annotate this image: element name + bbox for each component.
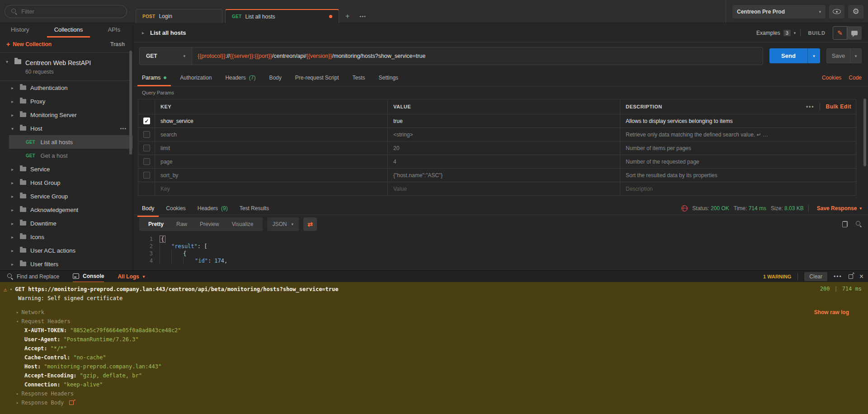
folder-user-filters[interactable]: User filters bbox=[0, 257, 133, 271]
send-options-button[interactable] bbox=[808, 48, 820, 63]
tab-collections[interactable]: Collections bbox=[47, 26, 90, 38]
save-button[interactable]: Save bbox=[827, 49, 850, 63]
checkbox-checked[interactable] bbox=[143, 118, 150, 124]
tab-pre-request-script[interactable]: Pre-request Script bbox=[295, 69, 339, 86]
external-link-icon[interactable] bbox=[69, 400, 74, 405]
chevron-right-icon[interactable] bbox=[11, 99, 16, 104]
log-filter-dropdown[interactable]: All Logs bbox=[118, 271, 145, 282]
param-description[interactable]: Allows to display services belonging to … bbox=[620, 114, 856, 127]
search-response-icon[interactable] bbox=[856, 221, 862, 227]
param-row-show-service[interactable]: show_service true Allows to display serv… bbox=[138, 114, 856, 127]
tab-options-button[interactable]: ••• bbox=[356, 14, 370, 19]
chevron-right-icon[interactable]: ▸ bbox=[16, 391, 19, 396]
collapse-icon[interactable] bbox=[6, 59, 10, 75]
bulk-edit-button[interactable]: Bulk Edit bbox=[826, 104, 851, 110]
checkbox-unchecked[interactable] bbox=[143, 145, 150, 151]
chevron-down-icon[interactable]: ▾ bbox=[16, 319, 19, 324]
tab-tests[interactable]: Tests bbox=[352, 69, 365, 86]
chevron-right-icon[interactable] bbox=[11, 221, 16, 226]
new-collection-button[interactable]: +New Collection bbox=[6, 41, 52, 48]
console-section-response-body[interactable]: ▸ Response Body bbox=[0, 398, 868, 407]
param-row-page[interactable]: page 4 Number of the requested page bbox=[138, 155, 856, 168]
folder-icons[interactable]: Icons bbox=[0, 230, 133, 244]
tab-body[interactable]: Body bbox=[269, 69, 281, 86]
console-section-response-headers[interactable]: ▸ Response Headers bbox=[0, 389, 868, 398]
open-console-window-icon[interactable] bbox=[849, 274, 853, 279]
console-options-button[interactable]: ••• bbox=[834, 273, 842, 280]
param-value[interactable]: 20 bbox=[387, 141, 620, 155]
comments-button[interactable] bbox=[847, 26, 862, 40]
chevron-down-icon[interactable] bbox=[11, 126, 16, 131]
request-tab-list-all-hosts[interactable]: GET List all hosts bbox=[225, 9, 339, 23]
wrap-lines-button[interactable]: ⇄ bbox=[303, 217, 317, 231]
param-value[interactable]: true bbox=[387, 114, 620, 127]
param-description[interactable]: Sort the resulted data by its properties bbox=[620, 169, 856, 182]
collection-root[interactable]: Centreon Web RestAPI 60 requests bbox=[0, 53, 133, 81]
param-key[interactable]: search bbox=[155, 128, 387, 141]
tab-authorization[interactable]: Authorization bbox=[180, 69, 212, 86]
console-tab[interactable]: Console bbox=[73, 271, 104, 282]
checkbox-unchecked[interactable] bbox=[143, 131, 150, 138]
param-description[interactable]: Number of items per pages bbox=[620, 141, 856, 155]
param-key[interactable]: sort_by bbox=[155, 169, 387, 182]
folder-authentication[interactable]: Authentication bbox=[0, 81, 133, 94]
param-key[interactable]: limit bbox=[155, 141, 387, 155]
chevron-right-icon[interactable] bbox=[11, 248, 16, 253]
request-tab-login[interactable]: POST Login bbox=[136, 9, 222, 23]
chevron-right-icon[interactable]: ▸ bbox=[16, 310, 19, 315]
tab-test-results[interactable]: Test Results bbox=[240, 200, 269, 217]
folder-downtime[interactable]: Downtime bbox=[0, 216, 133, 230]
table-scrollbar[interactable] bbox=[863, 99, 866, 166]
tab-settings[interactable]: Settings bbox=[379, 69, 398, 86]
settings-button[interactable]: ⚙ bbox=[848, 5, 863, 19]
code-link[interactable]: Code bbox=[849, 75, 862, 81]
send-button[interactable]: Send bbox=[769, 48, 808, 63]
param-row-limit[interactable]: limit 20 Number of items per pages bbox=[138, 141, 856, 155]
tab-params[interactable]: Params bbox=[142, 69, 166, 86]
sidebar-scrollbar[interactable] bbox=[129, 51, 132, 155]
environment-quick-look-button[interactable] bbox=[829, 5, 844, 19]
tab-apis[interactable]: APIs bbox=[108, 26, 120, 36]
save-options-button[interactable] bbox=[850, 49, 861, 63]
new-tab-button[interactable]: + bbox=[342, 12, 353, 20]
param-value[interactable]: {"host.name":"ASC"} bbox=[387, 169, 620, 182]
tab-history[interactable]: History bbox=[11, 26, 29, 36]
view-preview[interactable]: Preview bbox=[193, 221, 226, 227]
environment-selector[interactable]: Centreon Pre Prod bbox=[732, 5, 826, 19]
chevron-right-icon[interactable]: ▸ bbox=[16, 400, 19, 405]
chevron-right-icon[interactable] bbox=[11, 207, 16, 212]
request-list-all-hosts[interactable]: GET List all hosts bbox=[9, 135, 133, 149]
folder-service[interactable]: Service bbox=[0, 162, 133, 176]
folder-host[interactable]: Host ••• bbox=[0, 122, 133, 135]
format-selector[interactable]: JSON bbox=[267, 217, 299, 231]
param-value-placeholder[interactable]: Value bbox=[387, 182, 620, 195]
param-description[interactable]: Number of the requested page bbox=[620, 155, 856, 168]
copy-icon[interactable] bbox=[842, 221, 848, 227]
folder-acknowledgement[interactable]: Acknowledgement bbox=[0, 203, 133, 216]
console-section-network[interactable]: ▸ Network bbox=[0, 308, 868, 317]
folder-options-button[interactable]: ••• bbox=[120, 126, 127, 131]
params-options-button[interactable]: ••• bbox=[806, 104, 815, 110]
param-row-sort-by[interactable]: sort_by {"host.name":"ASC"} Sort the res… bbox=[138, 168, 856, 182]
folder-service-group[interactable]: Service Group bbox=[0, 189, 133, 203]
response-body-viewer[interactable]: 1 { 2 "result" : [ 3 { 4 "id" : 174 , bbox=[134, 233, 868, 270]
chevron-right-icon[interactable] bbox=[142, 30, 146, 35]
folder-host-group[interactable]: Host Group bbox=[0, 176, 133, 189]
request-get-a-host[interactable]: GET Get a host bbox=[9, 149, 133, 162]
param-key-placeholder[interactable]: Key bbox=[155, 182, 387, 195]
chevron-right-icon[interactable] bbox=[11, 85, 16, 90]
show-raw-log-link[interactable]: Show raw log bbox=[814, 309, 849, 315]
folder-proxy[interactable]: Proxy bbox=[0, 94, 133, 108]
find-and-replace-button[interactable]: Find and Replace bbox=[7, 271, 59, 282]
chevron-right-icon[interactable] bbox=[11, 194, 16, 199]
console-request-entry[interactable]: ⚠ ▾ GET https://monitoring-preprod.compa… bbox=[0, 285, 868, 294]
folder-monitoring-server[interactable]: Monitoring Server bbox=[0, 108, 133, 122]
param-key[interactable]: page bbox=[155, 155, 387, 168]
param-row-search[interactable]: search <string> Retrieve only data match… bbox=[138, 127, 856, 141]
method-selector[interactable]: GET bbox=[140, 47, 192, 65]
chevron-down-icon[interactable]: ▾ bbox=[10, 287, 12, 292]
param-description-placeholder[interactable]: Description bbox=[620, 182, 856, 195]
chevron-right-icon[interactable] bbox=[11, 262, 16, 267]
network-warning-icon[interactable] bbox=[681, 205, 688, 212]
param-value[interactable]: <string> bbox=[387, 128, 620, 141]
